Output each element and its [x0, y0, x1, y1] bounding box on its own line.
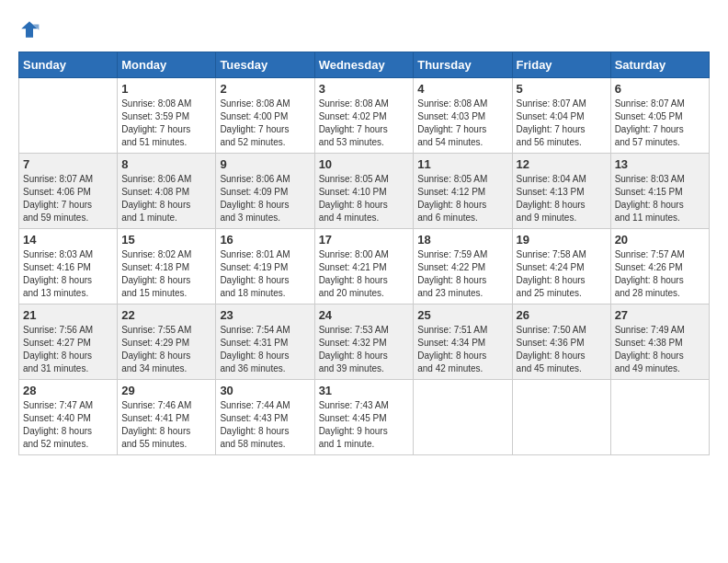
- day-number: 10: [319, 157, 410, 171]
- calendar-week-2: 7Sunrise: 8:07 AM Sunset: 4:06 PM Daylig…: [19, 154, 710, 229]
- day-number: 31: [319, 384, 410, 397]
- calendar-cell: 9Sunrise: 8:06 AM Sunset: 4:09 PM Daylig…: [216, 154, 314, 229]
- day-info: Sunrise: 7:56 AM Sunset: 4:27 PM Dayligh…: [23, 324, 113, 375]
- column-header-monday: Monday: [118, 52, 216, 78]
- day-number: 28: [23, 384, 113, 397]
- calendar-cell: 21Sunrise: 7:56 AM Sunset: 4:27 PM Dayli…: [19, 304, 118, 380]
- calendar-cell: 1Sunrise: 8:08 AM Sunset: 3:59 PM Daylig…: [118, 78, 216, 154]
- day-info: Sunrise: 8:01 AM Sunset: 4:19 PM Dayligh…: [220, 248, 310, 300]
- day-info: Sunrise: 7:57 AM Sunset: 4:26 PM Dayligh…: [615, 248, 705, 300]
- day-info: Sunrise: 7:54 AM Sunset: 4:31 PM Dayligh…: [220, 324, 310, 375]
- calendar-cell: 26Sunrise: 7:50 AM Sunset: 4:36 PM Dayli…: [512, 304, 610, 380]
- day-number: 20: [615, 233, 705, 247]
- svg-marker-0: [21, 21, 38, 38]
- day-info: Sunrise: 8:03 AM Sunset: 4:16 PM Dayligh…: [23, 248, 113, 300]
- day-info: Sunrise: 8:06 AM Sunset: 4:08 PM Dayligh…: [121, 173, 211, 224]
- calendar-cell: 12Sunrise: 8:04 AM Sunset: 4:13 PM Dayli…: [512, 154, 610, 229]
- calendar-cell: 23Sunrise: 7:54 AM Sunset: 4:31 PM Dayli…: [216, 304, 314, 380]
- calendar-cell: 19Sunrise: 7:58 AM Sunset: 4:24 PM Dayli…: [512, 229, 610, 304]
- day-number: 15: [121, 233, 211, 247]
- calendar-cell: 25Sunrise: 7:51 AM Sunset: 4:34 PM Dayli…: [414, 304, 512, 380]
- logo: [18, 18, 44, 40]
- logo-icon: [18, 18, 40, 40]
- calendar-week-3: 14Sunrise: 8:03 AM Sunset: 4:16 PM Dayli…: [19, 229, 710, 304]
- day-number: 14: [23, 233, 113, 247]
- day-info: Sunrise: 7:50 AM Sunset: 4:36 PM Dayligh…: [517, 324, 607, 375]
- day-number: 3: [319, 82, 410, 96]
- day-number: 24: [319, 308, 410, 322]
- day-info: Sunrise: 8:00 AM Sunset: 4:21 PM Dayligh…: [319, 248, 410, 300]
- day-number: 26: [517, 308, 607, 322]
- calendar-week-5: 28Sunrise: 7:47 AM Sunset: 4:40 PM Dayli…: [19, 380, 710, 455]
- day-number: 19: [517, 233, 607, 247]
- day-info: Sunrise: 8:07 AM Sunset: 4:05 PM Dayligh…: [615, 98, 705, 149]
- day-info: Sunrise: 7:51 AM Sunset: 4:34 PM Dayligh…: [417, 324, 507, 375]
- calendar-week-4: 21Sunrise: 7:56 AM Sunset: 4:27 PM Dayli…: [19, 304, 710, 380]
- calendar-cell: 13Sunrise: 8:03 AM Sunset: 4:15 PM Dayli…: [610, 154, 709, 229]
- day-info: Sunrise: 8:05 AM Sunset: 4:10 PM Dayligh…: [319, 173, 410, 224]
- day-info: Sunrise: 7:58 AM Sunset: 4:24 PM Dayligh…: [517, 248, 607, 300]
- calendar-cell: 27Sunrise: 7:49 AM Sunset: 4:38 PM Dayli…: [610, 304, 709, 380]
- calendar-cell: 11Sunrise: 8:05 AM Sunset: 4:12 PM Dayli…: [414, 154, 512, 229]
- day-number: 12: [517, 157, 607, 171]
- day-info: Sunrise: 7:59 AM Sunset: 4:22 PM Dayligh…: [417, 248, 507, 300]
- day-number: 9: [220, 157, 310, 171]
- day-info: Sunrise: 8:07 AM Sunset: 4:04 PM Dayligh…: [517, 98, 607, 149]
- header-row: SundayMondayTuesdayWednesdayThursdayFrid…: [19, 52, 710, 78]
- day-number: 11: [417, 157, 507, 171]
- day-info: Sunrise: 8:03 AM Sunset: 4:15 PM Dayligh…: [615, 173, 705, 224]
- day-info: Sunrise: 7:44 AM Sunset: 4:43 PM Dayligh…: [220, 399, 310, 451]
- calendar-cell: 3Sunrise: 8:08 AM Sunset: 4:02 PM Daylig…: [314, 78, 414, 154]
- calendar-cell: 18Sunrise: 7:59 AM Sunset: 4:22 PM Dayli…: [414, 229, 512, 304]
- calendar-cell: 29Sunrise: 7:46 AM Sunset: 4:41 PM Dayli…: [118, 380, 216, 455]
- day-info: Sunrise: 8:07 AM Sunset: 4:06 PM Dayligh…: [23, 173, 113, 224]
- day-info: Sunrise: 8:02 AM Sunset: 4:18 PM Dayligh…: [121, 248, 211, 300]
- day-info: Sunrise: 8:04 AM Sunset: 4:13 PM Dayligh…: [517, 173, 607, 224]
- calendar-cell: 7Sunrise: 8:07 AM Sunset: 4:06 PM Daylig…: [19, 154, 118, 229]
- day-info: Sunrise: 8:08 AM Sunset: 4:00 PM Dayligh…: [220, 98, 310, 149]
- day-number: 1: [121, 82, 211, 96]
- column-header-saturday: Saturday: [610, 52, 709, 78]
- calendar-cell: 4Sunrise: 8:08 AM Sunset: 4:03 PM Daylig…: [414, 78, 512, 154]
- day-info: Sunrise: 8:06 AM Sunset: 4:09 PM Dayligh…: [220, 173, 310, 224]
- calendar-cell: 6Sunrise: 8:07 AM Sunset: 4:05 PM Daylig…: [610, 78, 709, 154]
- day-number: 13: [615, 157, 705, 171]
- calendar-cell: 31Sunrise: 7:43 AM Sunset: 4:45 PM Dayli…: [314, 380, 414, 455]
- column-header-sunday: Sunday: [19, 52, 118, 78]
- day-number: 17: [319, 233, 410, 247]
- day-number: 4: [417, 82, 507, 96]
- day-info: Sunrise: 8:08 AM Sunset: 4:02 PM Dayligh…: [319, 98, 410, 149]
- calendar-cell: 24Sunrise: 7:53 AM Sunset: 4:32 PM Dayli…: [314, 304, 414, 380]
- calendar-table: SundayMondayTuesdayWednesdayThursdayFrid…: [18, 52, 710, 455]
- calendar-cell: 8Sunrise: 8:06 AM Sunset: 4:08 PM Daylig…: [118, 154, 216, 229]
- day-number: 22: [121, 308, 211, 322]
- column-header-thursday: Thursday: [414, 52, 512, 78]
- calendar-cell: [610, 380, 709, 455]
- day-info: Sunrise: 7:55 AM Sunset: 4:29 PM Dayligh…: [121, 324, 211, 375]
- day-info: Sunrise: 8:05 AM Sunset: 4:12 PM Dayligh…: [417, 173, 507, 224]
- day-info: Sunrise: 7:49 AM Sunset: 4:38 PM Dayligh…: [615, 324, 705, 375]
- day-number: 6: [615, 82, 705, 96]
- calendar-cell: 28Sunrise: 7:47 AM Sunset: 4:40 PM Dayli…: [19, 380, 118, 455]
- calendar-cell: 10Sunrise: 8:05 AM Sunset: 4:10 PM Dayli…: [314, 154, 414, 229]
- column-header-tuesday: Tuesday: [216, 52, 314, 78]
- calendar-cell: 16Sunrise: 8:01 AM Sunset: 4:19 PM Dayli…: [216, 229, 314, 304]
- day-number: 23: [220, 308, 310, 322]
- calendar-cell: 17Sunrise: 8:00 AM Sunset: 4:21 PM Dayli…: [314, 229, 414, 304]
- day-number: 7: [23, 157, 113, 171]
- day-number: 29: [121, 384, 211, 397]
- column-header-wednesday: Wednesday: [314, 52, 414, 78]
- calendar-cell: 14Sunrise: 8:03 AM Sunset: 4:16 PM Dayli…: [19, 229, 118, 304]
- day-number: 21: [23, 308, 113, 322]
- day-number: 5: [517, 82, 607, 96]
- day-info: Sunrise: 7:46 AM Sunset: 4:41 PM Dayligh…: [121, 399, 211, 451]
- day-number: 25: [417, 308, 507, 322]
- column-header-friday: Friday: [512, 52, 610, 78]
- day-info: Sunrise: 8:08 AM Sunset: 4:03 PM Dayligh…: [417, 98, 507, 149]
- calendar-cell: 22Sunrise: 7:55 AM Sunset: 4:29 PM Dayli…: [118, 304, 216, 380]
- calendar-cell: [414, 380, 512, 455]
- day-info: Sunrise: 7:53 AM Sunset: 4:32 PM Dayligh…: [319, 324, 410, 375]
- calendar-cell: 2Sunrise: 8:08 AM Sunset: 4:00 PM Daylig…: [216, 78, 314, 154]
- day-number: 18: [417, 233, 507, 247]
- calendar-cell: [512, 380, 610, 455]
